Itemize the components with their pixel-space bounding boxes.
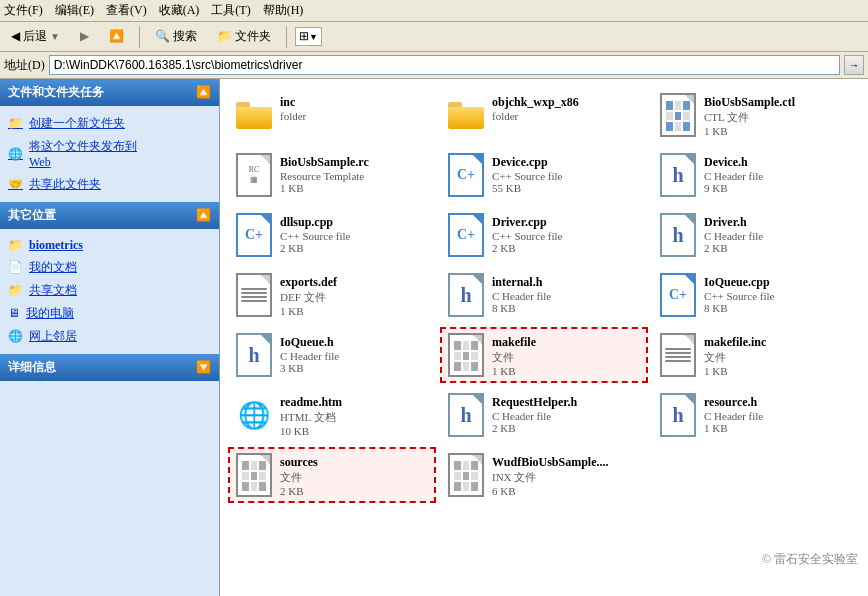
file-icon-wrap [446, 333, 486, 377]
tasks-content: 📁 创建一个新文件夹 🌐 将这个文件夹发布到Web 🤝 共享此文件夹 [0, 106, 219, 202]
file-size: 2 KB [280, 242, 350, 254]
file-item[interactable]: C+ Driver.cpp C++ Source file 2 KB [440, 207, 648, 263]
views-dropdown-icon: ▼ [309, 32, 318, 42]
menubar: 文件(F) 编辑(E) 查看(V) 收藏(A) 工具(T) 帮助(H) [0, 0, 868, 22]
file-name: Driver.h [704, 215, 763, 230]
location-shared[interactable]: 📁 共享文档 [8, 279, 211, 302]
task-publish[interactable]: 🌐 将这个文件夹发布到Web [8, 135, 211, 173]
task-share[interactable]: 🤝 共享此文件夹 [8, 173, 211, 196]
task-new-folder[interactable]: 📁 创建一个新文件夹 [8, 112, 211, 135]
file-info: internal.h C Header file 8 KB [492, 273, 551, 314]
file-name: makefile [492, 335, 536, 350]
details-section: 详细信息 🔽 [0, 354, 219, 381]
file-item[interactable]: exports.def DEF 文件 1 KB [228, 267, 436, 323]
main-layout: 文件和文件夹任务 🔼 📁 创建一个新文件夹 🌐 将这个文件夹发布到Web 🤝 共… [0, 79, 868, 596]
file-name: inc [280, 95, 306, 110]
menu-file[interactable]: 文件(F) [4, 2, 43, 19]
file-name: objchk_wxp_x86 [492, 95, 579, 110]
file-item[interactable]: C+ Device.cpp C++ Source file 55 KB [440, 147, 648, 203]
file-item[interactable]: C+ dllsup.cpp C++ Source file 2 KB [228, 207, 436, 263]
file-item[interactable]: h Device.h C Header file 9 KB [652, 147, 860, 203]
details-header[interactable]: 详细信息 🔽 [0, 354, 219, 381]
locations-header[interactable]: 其它位置 🔼 [0, 202, 219, 229]
biometrics-icon: 📁 [8, 238, 23, 253]
menu-help[interactable]: 帮助(H) [263, 2, 304, 19]
file-icon-wrap: h [658, 213, 698, 257]
location-mydocs[interactable]: 📄 我的文档 [8, 256, 211, 279]
file-info: IoQueue.h C Header file 3 KB [280, 333, 339, 374]
locations-collapse-icon: 🔼 [196, 208, 211, 223]
back-dropdown-icon[interactable]: ▼ [50, 31, 60, 42]
file-item[interactable]: h internal.h C Header file 8 KB [440, 267, 648, 323]
tasks-header[interactable]: 文件和文件夹任务 🔼 [0, 79, 219, 106]
go-button[interactable]: → [844, 55, 864, 75]
file-icon-wrap [446, 93, 486, 137]
file-name: BioUsbSample.rc [280, 155, 369, 170]
locations-section: 其它位置 🔼 📁 biometrics 📄 我的文档 📁 共享文档 [0, 202, 219, 354]
menu-view[interactable]: 查看(V) [106, 2, 147, 19]
file-info: exports.def DEF 文件 1 KB [280, 273, 337, 317]
back-button[interactable]: ◀ 后退 ▼ [4, 25, 67, 48]
file-type: C Header file [704, 170, 763, 182]
up-button[interactable]: 🔼 [102, 26, 131, 47]
file-grid: inc folder objchk_wxp_x86 folder BioUsbS… [228, 87, 860, 503]
menu-tools[interactable]: 工具(T) [211, 2, 250, 19]
file-info: makefile.inc 文件 1 KB [704, 333, 766, 377]
share-icon: 🤝 [8, 177, 23, 192]
file-item[interactable]: WudfBioUsbSample.... INX 文件 6 KB [440, 447, 648, 503]
search-button[interactable]: 🔍 搜索 [148, 25, 204, 48]
file-icon-wrap: h [658, 393, 698, 437]
file-size: 1 KB [280, 305, 337, 317]
folder-label: 文件夹 [235, 28, 271, 45]
file-info: sources 文件 2 KB [280, 453, 318, 497]
file-item[interactable]: makefile.inc 文件 1 KB [652, 327, 860, 383]
details-collapse-icon: 🔽 [196, 360, 211, 375]
shared-icon: 📁 [8, 283, 23, 298]
file-item[interactable]: objchk_wxp_x86 folder [440, 87, 648, 143]
location-mycomputer[interactable]: 🖥 我的电脑 [8, 302, 211, 325]
file-type: DEF 文件 [280, 290, 337, 305]
file-name: IoQueue.cpp [704, 275, 774, 290]
file-size: 6 KB [492, 485, 608, 497]
file-item[interactable]: h RequestHelper.h C Header file 2 KB [440, 387, 648, 443]
tasks-collapse-icon: 🔼 [196, 85, 211, 100]
file-item[interactable]: RC▦ BioUsbSample.rc Resource Template 1 … [228, 147, 436, 203]
file-info: Driver.cpp C++ Source file 2 KB [492, 213, 562, 254]
file-icon-wrap: 🌐 [234, 393, 274, 437]
address-input[interactable] [49, 55, 840, 75]
views-button[interactable]: ⊞ ▼ [295, 27, 322, 46]
file-name: readme.htm [280, 395, 342, 410]
file-item[interactable]: h resource.h C Header file 1 KB [652, 387, 860, 443]
search-label: 搜索 [173, 28, 197, 45]
file-size: 10 KB [280, 425, 342, 437]
forward-button[interactable]: ▶ [73, 26, 96, 47]
file-item[interactable]: 🌐 readme.htm HTML 文档 10 KB [228, 387, 436, 443]
file-item[interactable]: h Driver.h C Header file 2 KB [652, 207, 860, 263]
file-item[interactable]: C+ IoQueue.cpp C++ Source file 8 KB [652, 267, 860, 323]
file-icon-wrap: h [658, 153, 698, 197]
location-network[interactable]: 🌐 网上邻居 [8, 325, 211, 348]
file-item[interactable]: BioUsbSample.ctl CTL 文件 1 KB [652, 87, 860, 143]
location-biometrics[interactable]: 📁 biometrics [8, 235, 211, 256]
file-item[interactable]: inc folder [228, 87, 436, 143]
folder-button[interactable]: 📁 文件夹 [210, 25, 278, 48]
mycomputer-icon: 🖥 [8, 306, 20, 321]
file-info: inc folder [280, 93, 306, 122]
file-size: 1 KB [492, 365, 536, 377]
file-type: HTML 文档 [280, 410, 342, 425]
network-icon: 🌐 [8, 329, 23, 344]
views-icon: ⊞ [299, 29, 309, 44]
file-type: C++ Source file [492, 170, 562, 182]
file-item[interactable]: h IoQueue.h C Header file 3 KB [228, 327, 436, 383]
toolbar: ◀ 后退 ▼ ▶ 🔼 🔍 搜索 📁 文件夹 ⊞ ▼ [0, 22, 868, 52]
file-size: 8 KB [704, 302, 774, 314]
file-type: folder [280, 110, 306, 122]
file-item[interactable]: sources 文件 2 KB [228, 447, 436, 503]
file-item[interactable]: makefile 文件 1 KB [440, 327, 648, 383]
menu-favorites[interactable]: 收藏(A) [159, 2, 200, 19]
file-icon-wrap: RC▦ [234, 153, 274, 197]
file-size: 1 KB [704, 422, 763, 434]
file-size: 3 KB [280, 362, 339, 374]
menu-edit[interactable]: 编辑(E) [55, 2, 94, 19]
file-type: C Header file [492, 290, 551, 302]
